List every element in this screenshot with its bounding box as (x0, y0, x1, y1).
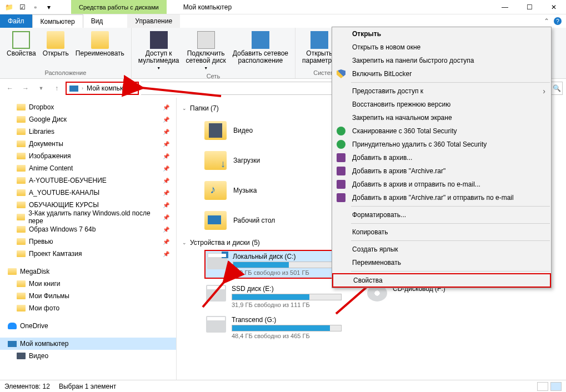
view-large-button[interactable] (550, 382, 562, 391)
folder-icon (17, 238, 26, 245)
pin-icon: 📌 (163, 141, 169, 147)
pin-icon: 📌 (163, 153, 169, 159)
ctx-copy[interactable]: Копировать (332, 225, 551, 239)
qat-dropdown-icon[interactable]: ▾ (43, 2, 54, 13)
ctx-open[interactable]: Открыть (332, 27, 551, 41)
qat-properties-icon[interactable]: ☑ (17, 2, 28, 13)
tab-computer[interactable]: Компьютер (32, 14, 83, 28)
pin-icon: 📌 (163, 227, 169, 233)
winrar-icon (337, 193, 345, 202)
netdrive-icon (197, 31, 215, 49)
ctx-rar-named[interactable]: Добавить в архив "Archive.rar" (332, 164, 551, 178)
tab-view[interactable]: Вид (83, 14, 111, 28)
tree-books[interactable]: Мои книги (0, 278, 176, 290)
nav-up-button[interactable]: ↑ (50, 82, 63, 95)
tree-onedrive[interactable]: OneDrive (0, 320, 176, 332)
nav-back-button[interactable]: ← (3, 82, 17, 95)
maximize-button[interactable]: ☐ (517, 0, 542, 14)
ctx-format[interactable]: Форматировать... (332, 208, 551, 222)
search-box[interactable]: 🔍 (550, 82, 563, 95)
tab-manage[interactable]: Управление (127, 14, 180, 28)
tree-item[interactable]: Dropbox📌 (0, 101, 176, 113)
drive-item[interactable]: Локальный диск (C:)239 ГБ свободно из 50… (204, 250, 343, 279)
rename-icon (91, 31, 109, 49)
tree-item-label: A_YOUTUBE-КАНАЛЫ (29, 189, 99, 197)
tree-this-pc[interactable]: Мой компьютер (0, 338, 176, 350)
pc-icon (8, 341, 17, 347)
pin-icon: 📌 (163, 104, 169, 110)
tree-video[interactable]: Видео (0, 350, 176, 362)
qat-new-icon[interactable]: ▫ (30, 2, 41, 13)
winrar-icon (337, 180, 345, 189)
folder-label: Видео (233, 127, 253, 134)
tree-films[interactable]: Мои Фильмы (0, 290, 176, 302)
tree-item[interactable]: Образ Windows 7 64b📌 (0, 223, 176, 235)
tree-item[interactable]: Документы📌 (0, 138, 176, 150)
tree-item[interactable]: Google Диск📌 (0, 113, 176, 125)
ctx-pin-quick[interactable]: Закрепить на панели быстрого доступа (332, 54, 551, 67)
ctx-share[interactable]: Предоставить доступ к (332, 84, 551, 98)
ribbon-mapdrive-button[interactable]: Подключить сетевой диск▼ (183, 29, 229, 73)
tree-photos[interactable]: Мои фото (0, 302, 176, 314)
tree-item-label: Google Диск (29, 115, 67, 123)
breadcrumb-root[interactable]: Мой компьютер (87, 84, 135, 92)
tree-item[interactable]: Превью📌 (0, 235, 176, 248)
window-title: Мой компьютер (183, 3, 232, 11)
media-icon (150, 31, 168, 49)
chevron-right-icon: › (82, 86, 83, 91)
pin-icon: 📌 (163, 178, 169, 184)
separator (351, 82, 550, 83)
drive-item[interactable]: Transcend (G:)48,4 ГБ свободно из 465 ГБ (204, 314, 343, 341)
separator (351, 206, 550, 207)
address-bar[interactable]: › Мой компьютер (66, 82, 139, 95)
ribbon-rename-button[interactable]: Переименовать (72, 29, 128, 58)
view-details-button[interactable] (537, 382, 548, 391)
help-icon[interactable]: ? (554, 17, 562, 25)
folder-icon (17, 128, 26, 135)
tab-file[interactable]: Файл (0, 14, 32, 28)
ctx-restore[interactable]: Восстановить прежнюю версию (332, 98, 551, 111)
check-icon (12, 31, 30, 49)
winrar-icon (337, 167, 345, 175)
ctx-pin-start[interactable]: Закрепить на начальном экране (332, 111, 551, 124)
folder-icon (17, 305, 26, 311)
pin-icon: 📌 (163, 129, 169, 135)
tree-item[interactable]: A_YOUTUBE-КАНАЛЫ📌 (0, 187, 176, 199)
minimize-button[interactable]: — (493, 0, 517, 14)
folder-icon (17, 214, 25, 220)
ctx-delete360[interactable]: Принудительно удалить с 360 Total Securi… (332, 138, 551, 151)
ctx-open-new[interactable]: Открыть в новом окне (332, 41, 551, 54)
ribbon-collapse-icon[interactable]: ⌃ (544, 17, 549, 25)
drive-free-label: 48,4 ГБ свободно из 465 ГБ (232, 333, 342, 339)
ribbon-addnet-button[interactable]: Добавить сетевое расположение (229, 29, 292, 66)
video-icon (17, 353, 26, 359)
tree-item[interactable]: Libraries📌 (0, 125, 176, 138)
tree-megadisk[interactable]: MegaDisk (0, 265, 176, 278)
ctx-properties[interactable]: Свойства (332, 273, 551, 288)
drive-item[interactable]: SSD диск (E:)31,9 ГБ свободно из 111 ГБ (204, 283, 343, 310)
app-icon: 📁 (3, 2, 14, 13)
ctx-rar-add[interactable]: Добавить в архив... (332, 151, 551, 164)
tree-item[interactable]: A-YOUTUBE-ОБУЧЕНИЕ📌 (0, 174, 176, 187)
ribbon-media-button[interactable]: Доступ к мультимедиа▼ (135, 29, 183, 73)
nav-history-button[interactable]: ▼ (34, 82, 48, 95)
close-button[interactable]: ✕ (542, 0, 566, 14)
tree-item[interactable]: Изображения📌 (0, 150, 176, 162)
tree-item[interactable]: Anime Content📌 (0, 162, 176, 174)
ribbon-properties-button[interactable]: Свойства (3, 29, 39, 58)
ctx-bitlocker[interactable]: Включить BitLocker (332, 67, 551, 81)
ctx-shortcut[interactable]: Создать ярлык (332, 243, 551, 256)
quick-access-toolbar: 📁 ☑ ▫ ▾ (0, 2, 54, 13)
tree-item[interactable]: 3-Как удалить папку Windows.old после пе… (0, 211, 176, 223)
tree-item-label: Проект Камтазия (29, 250, 82, 258)
ctx-rar-mail[interactable]: Добавить в архив и отправить по e-mail..… (332, 178, 551, 191)
drive-icon (206, 316, 226, 333)
ribbon-open-button[interactable]: Открыть (39, 29, 72, 58)
ctx-rar-named-mail[interactable]: Добавить в архив "Archive.rar" и отправи… (332, 191, 551, 204)
folder-icon (17, 280, 26, 287)
pin-icon: 📌 (163, 117, 169, 123)
tree-item[interactable]: Проект Камтазия📌 (0, 248, 176, 260)
ctx-scan[interactable]: Сканирование с 360 Total Security (332, 124, 551, 138)
ctx-rename[interactable]: Переименовать (332, 256, 551, 269)
nav-forward-button[interactable]: → (19, 82, 32, 95)
